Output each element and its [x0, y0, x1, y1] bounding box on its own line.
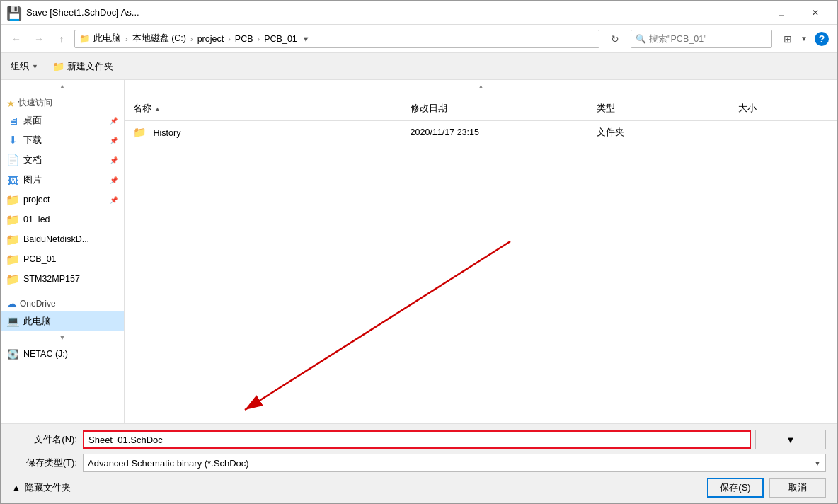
bc-part-3: project [197, 34, 224, 44]
file-row-history[interactable]: 📁 History 2020/11/17 23:15 文件夹 [125, 121, 837, 144]
sidebar-item-pcb01[interactable]: 📁 PCB_01 [1, 249, 124, 269]
star-icon: ★ [6, 98, 16, 109]
save-button[interactable]: 保存(S) [707, 478, 764, 498]
sidebar-item-netac[interactable]: 💽 NETAC (J:) [1, 344, 124, 364]
bottom-area: 文件名(N): ▼ 保存类型(T): Advanced Schematic bi… [1, 423, 837, 503]
help-icon: ? [815, 32, 829, 46]
history-type: 文件夹 [597, 127, 624, 137]
col-size-label: 大小 [738, 103, 757, 115]
breadcrumb-dropdown[interactable]: ▼ [300, 35, 312, 43]
breadcrumb: 📁 此电脑 › 本地磁盘 (C:) › project › PCB › PCB_… [79, 33, 312, 45]
cloud-icon: ☁ [6, 297, 17, 310]
new-folder-button[interactable]: 📁 新建文件夹 [48, 58, 117, 75]
sidebar-scroll-up[interactable]: ▲ [1, 80, 124, 93]
view-icon: ⊞ [784, 33, 792, 45]
bc-part-4: PCB [235, 34, 253, 44]
file-list: ▲ 名称 ▲ 修改日期 类型 大小 [125, 80, 837, 423]
bc-folder-icon: 📁 [79, 33, 91, 44]
dialog-title: Save [Sheet1.SchDoc] As... [26, 7, 731, 18]
netac-icon: 💽 [6, 348, 19, 360]
filetype-dropdown[interactable]: Advanced Schematic binary (*.SchDoc) ▼ [83, 454, 826, 472]
close-button[interactable]: ✕ [799, 1, 832, 25]
col-date-label: 修改日期 [411, 103, 447, 115]
organize-button[interactable]: 组织 ▼ [6, 58, 42, 75]
col-name-sort-icon: ▲ [154, 105, 161, 113]
filetype-label: 保存类型(T): [12, 457, 83, 469]
help-button[interactable]: ? [812, 29, 832, 49]
back-button[interactable]: ← [6, 29, 26, 49]
sidebar-item-this-pc[interactable]: 💻 此电脑 [1, 311, 124, 331]
buttons-row: ▲ 隐藏文件夹 保存(S) 取消 [12, 478, 826, 498]
refresh-button[interactable]: ↻ [605, 29, 625, 49]
sidebar-scroll-down[interactable]: ▼ [1, 331, 124, 344]
filename-dropdown-btn[interactable]: ▼ [755, 430, 826, 449]
onedrive-group: ☁ OneDrive [1, 293, 124, 311]
titlebar: 💾 Save [Sheet1.SchDoc] As... ─ □ ✕ [1, 1, 837, 25]
sidebar-label-desktop: 桌面 [23, 115, 42, 127]
filetype-dropdown-arrow: ▼ [814, 459, 821, 467]
cancel-button[interactable]: 取消 [769, 478, 826, 498]
col-name-label: 名称 [133, 103, 151, 115]
col-header-size[interactable]: 大小 [735, 97, 832, 120]
sidebar-label-pictures: 图片 [23, 174, 42, 186]
search-icon: 🔍 [636, 34, 646, 44]
view-dropdown-arrow[interactable]: ▼ [800, 35, 808, 42]
col-type-label: 类型 [597, 103, 615, 115]
file-list-header: 名称 ▲ 修改日期 类型 大小 [125, 93, 837, 121]
stm32-folder-icon: 📁 [6, 273, 19, 285]
forward-button[interactable]: → [29, 29, 49, 49]
search-box[interactable]: 🔍 [631, 30, 772, 48]
quick-access-group: ★ 快速访问 [1, 93, 124, 110]
col-header-type[interactable]: 类型 [594, 97, 735, 120]
sidebar-label-netac: NETAC (J:) [23, 349, 68, 359]
pin-icon-download: 📌 [110, 137, 118, 144]
filetype-row: 保存类型(T): Advanced Schematic binary (*.Sc… [12, 454, 826, 472]
pcb01-folder-icon: 📁 [6, 253, 19, 265]
col-header-date[interactable]: 修改日期 [408, 97, 595, 120]
sidebar-item-desktop[interactable]: 🖥 桌面 📌 [1, 110, 124, 130]
hide-folders-button[interactable]: ▲ 隐藏文件夹 [12, 482, 71, 494]
sidebar-item-pictures[interactable]: 🖼 图片 📌 [1, 170, 124, 190]
breadcrumb-bar[interactable]: 📁 此电脑 › 本地磁盘 (C:) › project › PCB › PCB_… [74, 30, 599, 48]
sidebar: ▲ ★ 快速访问 🖥 桌面 📌 ⬇ 下载 📌 [1, 80, 125, 423]
minimize-button[interactable]: ─ [731, 1, 764, 25]
pin-icon-pictures: 📌 [110, 176, 118, 184]
file-list-scroll-up[interactable]: ▲ [125, 80, 837, 93]
sidebar-item-docs[interactable]: 📄 文档 📌 [1, 150, 124, 170]
file-name-cell: 📁 History [130, 126, 408, 139]
new-folder-icon: 📁 [52, 61, 64, 72]
maximize-button[interactable]: □ [765, 1, 798, 25]
organize-dropdown-icon: ▼ [32, 63, 38, 70]
document-icon: 📄 [6, 154, 19, 166]
sidebar-item-baidunetdisk[interactable]: 📁 BaiduNetdiskD... [1, 229, 124, 249]
save-dialog: 💾 Save [Sheet1.SchDoc] As... ─ □ ✕ ← → ↑… [0, 0, 838, 504]
bc-part-2: 本地磁盘 (C:) [132, 33, 186, 45]
filename-row: 文件名(N): ▼ [12, 430, 826, 449]
chevron-up-icon: ▲ [12, 483, 21, 493]
history-date: 2020/11/17 23:15 [411, 127, 479, 137]
filename-dropdown-icon: ▼ [786, 435, 796, 445]
organize-label: 组织 [11, 60, 29, 73]
sidebar-item-01led[interactable]: 📁 01_led [1, 210, 124, 229]
sidebar-label-docs: 文档 [23, 154, 42, 166]
file-type-cell: 文件夹 [594, 127, 735, 139]
view-options-button[interactable]: ⊞ [778, 29, 798, 49]
bc-part-1: 此电脑 [93, 33, 121, 45]
col-header-name[interactable]: 名称 ▲ [130, 97, 408, 120]
window-controls: ─ □ ✕ [731, 1, 832, 25]
sidebar-label-pcb01: PCB_01 [23, 254, 57, 264]
up-button[interactable]: ↑ [52, 29, 71, 49]
download-icon: ⬇ [6, 134, 19, 147]
sidebar-item-stm32[interactable]: 📁 STM32MP157 [1, 269, 124, 289]
sidebar-label-01led: 01_led [23, 214, 50, 224]
sidebar-item-download[interactable]: ⬇ 下载 📌 [1, 130, 124, 150]
app-icon: 💾 [6, 6, 21, 20]
file-list-header-wrapper: ▲ 名称 ▲ 修改日期 类型 大小 [125, 80, 837, 121]
sidebar-item-project[interactable]: 📁 project 📌 [1, 190, 124, 210]
project-folder-icon: 📁 [6, 193, 19, 206]
filename-input[interactable] [83, 430, 751, 449]
pin-icon-desktop: 📌 [110, 117, 118, 125]
file-date-cell: 2020/11/17 23:15 [408, 127, 595, 137]
sidebar-label-stm32: STM32MP157 [23, 274, 80, 284]
search-input[interactable] [649, 34, 767, 44]
